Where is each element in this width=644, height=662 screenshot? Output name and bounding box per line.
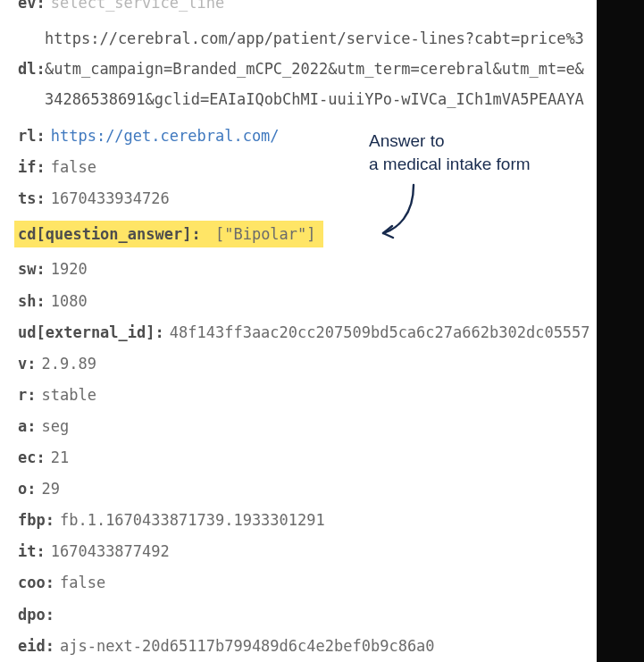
row-sh: sh: 1080	[18, 291, 644, 311]
val-ev: select_service_line	[51, 0, 224, 13]
val-coo: false	[60, 573, 105, 592]
key-o: o:	[18, 479, 36, 499]
row-ud-external-id: ud[external_id]: 48f143ff3aac20cc207509b…	[18, 323, 644, 342]
row-a: a: seg	[18, 416, 644, 436]
row-if: if: false	[18, 157, 644, 177]
val-question-answer: ["Bipolar"]	[215, 225, 316, 243]
row-coo: coo: false	[18, 573, 644, 592]
url-line2: dl: &utm_campaign=Branded_mCPC_2022&utm_…	[18, 54, 644, 84]
val-it: 1670433877492	[51, 541, 170, 561]
key-it: it:	[18, 541, 46, 561]
val-r: stable	[41, 385, 96, 405]
page: ev: select_service_line https://cerebral…	[0, 0, 644, 662]
key-sh: sh:	[18, 291, 46, 311]
val-ec: 21	[51, 448, 69, 467]
row-dpo: dpo:	[18, 605, 644, 624]
row-rl: rl: https://get.cerebral.com/	[18, 126, 644, 146]
key-fbp: fbp:	[18, 510, 54, 530]
row-o: o: 29	[18, 479, 644, 499]
right-obscuring-band	[597, 0, 644, 662]
key-coo: coo:	[18, 573, 54, 592]
row-ts: ts: 1670433934726	[18, 189, 644, 208]
key-a: a:	[18, 416, 36, 436]
highlight-question-answer: cd[question_answer]: ["Bipolar"]	[14, 221, 323, 247]
payload-rows: ev: select_service_line https://cerebral…	[0, 0, 644, 656]
val-a: seg	[41, 416, 69, 436]
row-dl-url: https://cerebral.com/app/patient/service…	[18, 23, 644, 114]
val-sh: 1080	[51, 291, 88, 311]
val-sw: 1920	[51, 259, 88, 279]
row-v: v: 2.9.89	[18, 354, 644, 373]
url-line2-text: &utm_campaign=Branded_mCPC_2022&utm_term…	[45, 60, 584, 78]
key-rl: rl:	[18, 126, 46, 146]
row-sw: sw: 1920	[18, 259, 644, 279]
val-v: 2.9.89	[41, 354, 96, 373]
val-ud: 48f143ff3aac20cc207509bd5ca6c27a662b302d…	[170, 323, 590, 342]
row-fbp: fbp: fb.1.1670433871739.1933301291	[18, 510, 644, 530]
val-if: false	[51, 157, 96, 177]
key-sw: sw:	[18, 259, 46, 279]
key-r: r:	[18, 385, 36, 405]
row-r: r: stable	[18, 385, 644, 405]
row-question-answer: cd[question_answer]: ["Bipolar"]	[18, 221, 644, 247]
row-ec: ec: 21	[18, 448, 644, 467]
val-eid: ajs-next-20d65117b799489d6c4e2bef0b9c86a…	[60, 636, 435, 656]
key-dl: dl:	[18, 54, 46, 84]
key-ts: ts:	[18, 189, 46, 208]
key-ud: ud[external_id]:	[18, 323, 164, 342]
row-eid: eid: ajs-next-20d65117b799489d6c4e2bef0b…	[18, 636, 644, 656]
key-if: if:	[18, 157, 46, 177]
key-eid: eid:	[18, 636, 54, 656]
row-ev: ev: select_service_line	[18, 0, 644, 13]
row-it: it: 1670433877492	[18, 541, 644, 561]
key-v: v:	[18, 354, 36, 373]
val-fbp: fb.1.1670433871739.1933301291	[60, 510, 325, 530]
url-line3: 34286538691&gclid=EAIaIQobChMI-uuiiYPo-w…	[18, 84, 644, 114]
val-rl: https://get.cerebral.com/	[51, 126, 280, 146]
key-dpo: dpo:	[18, 605, 54, 624]
url-line1: https://cerebral.com/app/patient/service…	[18, 23, 644, 54]
key-ec: ec:	[18, 448, 46, 467]
val-o: 29	[41, 479, 59, 499]
key-question-answer: cd[question_answer]:	[18, 225, 201, 243]
key-ev: ev:	[18, 0, 46, 13]
val-ts: 1670433934726	[51, 189, 170, 208]
